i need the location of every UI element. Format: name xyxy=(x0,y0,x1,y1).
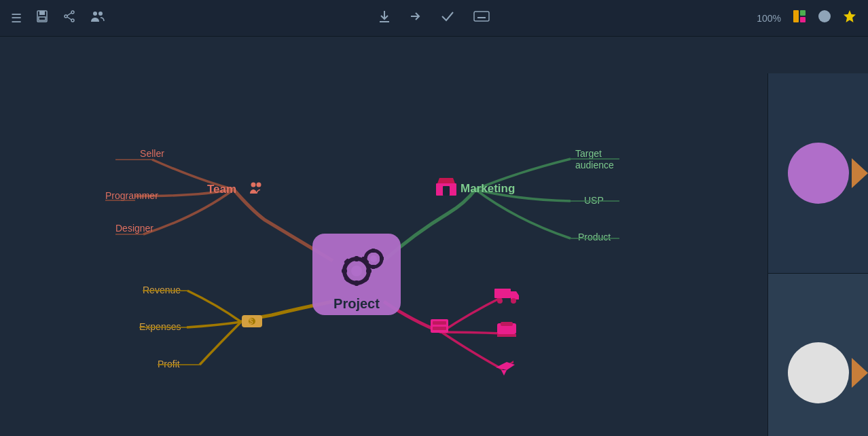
svg-rect-45 xyxy=(494,289,511,298)
designer-label: Designer xyxy=(115,223,153,234)
svg-text:audience: audience xyxy=(575,160,614,170)
svg-rect-43 xyxy=(433,321,446,325)
svg-rect-35 xyxy=(443,186,450,196)
svg-point-63 xyxy=(370,255,377,262)
palette-icon[interactable] xyxy=(792,9,807,27)
toolbar-right: 100% xyxy=(757,9,857,27)
svg-rect-44 xyxy=(433,327,446,330)
svg-point-8 xyxy=(93,12,97,16)
svg-rect-54 xyxy=(355,256,359,261)
svg-rect-65 xyxy=(372,265,375,269)
svg-rect-57 xyxy=(366,269,372,273)
panel-section-bottom[interactable] xyxy=(768,274,868,437)
purple-circle xyxy=(788,143,849,204)
svg-rect-56 xyxy=(342,269,347,273)
svg-rect-55 xyxy=(355,280,359,286)
check-icon[interactable] xyxy=(441,10,454,26)
toolbar-left: ☰ xyxy=(11,10,105,26)
svg-point-28 xyxy=(251,183,256,187)
forward-icon[interactable] xyxy=(410,10,422,26)
toolbar-center xyxy=(378,10,490,26)
svg-line-6 xyxy=(67,13,71,16)
star-icon[interactable] xyxy=(842,9,857,27)
svg-rect-1 xyxy=(39,11,45,15)
svg-marker-24 xyxy=(844,10,856,22)
save-icon[interactable] xyxy=(35,10,49,26)
svg-point-5 xyxy=(65,15,67,18)
mindmap-canvas[interactable]: Seller Programmer Designer Team xyxy=(0,37,767,436)
svg-rect-22 xyxy=(800,17,806,22)
project-label: Project xyxy=(333,296,380,311)
svg-point-9 xyxy=(98,12,103,16)
download-icon[interactable] xyxy=(378,10,391,26)
svg-rect-64 xyxy=(372,249,375,253)
seller-label: Seller xyxy=(140,148,164,159)
usp-label: USP xyxy=(584,195,604,206)
team-label: Team xyxy=(207,183,236,196)
svg-rect-2 xyxy=(39,17,46,20)
svg-rect-13 xyxy=(474,12,489,21)
marketing-label: Marketing xyxy=(460,182,515,195)
team-icon[interactable] xyxy=(90,10,105,26)
target-audience-label: Target xyxy=(575,148,602,159)
expenses-label: Expenses xyxy=(139,321,181,332)
svg-rect-50 xyxy=(497,334,516,337)
keyboard-icon[interactable] xyxy=(473,10,490,26)
profit-label: Profit xyxy=(158,359,180,369)
svg-point-23 xyxy=(818,10,831,22)
product-label: Product xyxy=(578,232,611,242)
svg-point-46 xyxy=(497,298,503,304)
circle-icon[interactable] xyxy=(818,10,831,26)
svg-point-4 xyxy=(71,19,74,22)
svg-point-53 xyxy=(351,266,362,276)
svg-line-7 xyxy=(67,17,71,20)
svg-text:$: $ xyxy=(249,318,253,325)
svg-rect-66 xyxy=(362,257,366,260)
zoom-label: 100% xyxy=(757,13,781,24)
svg-rect-49 xyxy=(501,322,513,326)
svg-rect-67 xyxy=(380,257,384,260)
panel-section-top[interactable] xyxy=(768,73,868,274)
menu-icon[interactable]: ☰ xyxy=(11,11,22,26)
svg-rect-21 xyxy=(800,10,806,16)
toolbar: ☰ xyxy=(0,0,868,37)
share-icon[interactable] xyxy=(62,10,76,26)
svg-point-47 xyxy=(511,298,516,304)
white-circle xyxy=(788,342,849,403)
programmer-label: Programmer xyxy=(105,190,158,201)
revenue-label: Revenue xyxy=(143,285,181,295)
svg-rect-20 xyxy=(793,10,799,22)
svg-point-29 xyxy=(257,183,261,187)
svg-point-3 xyxy=(71,11,74,14)
right-panel xyxy=(767,73,868,436)
